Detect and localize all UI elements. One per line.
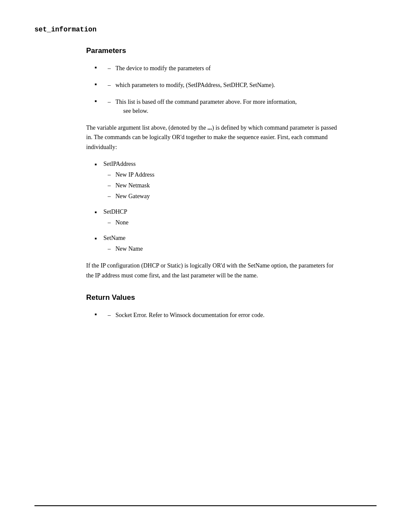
parameters-list: The device to modify the parameters of w… — [103, 64, 377, 115]
bottom-divider — [34, 505, 377, 506]
setipaddress-sub-2: New Netmask — [108, 181, 377, 190]
setipaddress-sub-3: New Gateway — [108, 192, 377, 201]
setdhcp-sub-1: None — [108, 218, 377, 227]
return-values-section: Return Values Socket Error. Refer to Win… — [34, 293, 377, 320]
param-sub-list-3: This list is based off the command param… — [108, 97, 377, 115]
command-list: SetIPAddress New IP Address New Netmask … — [103, 161, 377, 253]
return-value-sub-1: Socket Error. Refer to Winsock documenta… — [108, 311, 377, 320]
command-label-setdhcp: SetDHCP — [103, 208, 127, 215]
ellipsis-bold: ... — [208, 124, 212, 131]
param-bullet-2: which parameters to modify, (SetIPAddres… — [103, 81, 377, 90]
param-sub-item-1: The device to modify the parameters of — [108, 64, 377, 73]
command-bullet-setdhcp: SetDHCP None — [103, 208, 377, 227]
return-value-bullet-1: Socket Error. Refer to Winsock documenta… — [103, 311, 377, 320]
paragraph-1: The variable argument list above, (denot… — [86, 123, 342, 152]
param-sub-item-3: This list is based off the command param… — [108, 97, 377, 115]
paragraph-2: If the IP configuration (DHCP or Static)… — [86, 261, 342, 280]
param-sub-item-2: which parameters to modify, (SetIPAddres… — [108, 81, 377, 90]
setname-sub-1: New Name — [108, 244, 377, 253]
command-bullet-setipaddress: SetIPAddress New IP Address New Netmask … — [103, 161, 377, 201]
return-values-list: Socket Error. Refer to Winsock documenta… — [103, 311, 377, 320]
section-title: set_information — [34, 26, 97, 34]
param-sub-list-1: The device to modify the parameters of — [108, 64, 377, 73]
parameters-heading: Parameters — [86, 47, 377, 55]
return-values-heading: Return Values — [86, 293, 377, 302]
section-header: set_information — [34, 26, 377, 34]
setipaddress-sub-1: New IP Address — [108, 170, 377, 179]
param-bullet-1: The device to modify the parameters of — [103, 64, 377, 73]
command-label-setipaddress: SetIPAddress — [103, 161, 136, 167]
setdhcp-sub-list: None — [108, 218, 377, 227]
param-sub-list-2: which parameters to modify, (SetIPAddres… — [108, 81, 377, 90]
setname-sub-list: New Name — [108, 244, 377, 253]
content-area: set_information Parameters The device to… — [0, 0, 411, 370]
command-bullet-setname: SetName New Name — [103, 235, 377, 253]
setipaddress-sub-list: New IP Address New Netmask New Gateway — [108, 170, 377, 201]
return-value-sub-list-1: Socket Error. Refer to Winsock documenta… — [108, 311, 377, 320]
command-label-setname: SetName — [103, 235, 125, 241]
param-bullet-3: This list is based off the command param… — [103, 97, 377, 115]
page-wrapper: set_information Parameters The device to… — [0, 0, 411, 532]
